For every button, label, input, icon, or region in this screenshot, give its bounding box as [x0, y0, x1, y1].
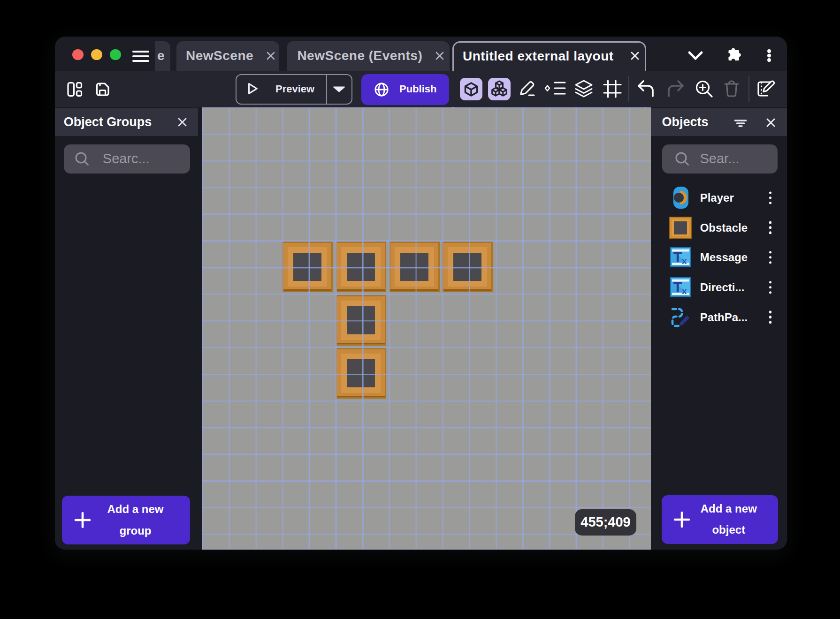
svg-text:x: x: [682, 286, 687, 296]
svg-text:x: x: [682, 256, 687, 266]
svg-text:T: T: [673, 279, 682, 294]
svg-text:T: T: [673, 249, 682, 264]
